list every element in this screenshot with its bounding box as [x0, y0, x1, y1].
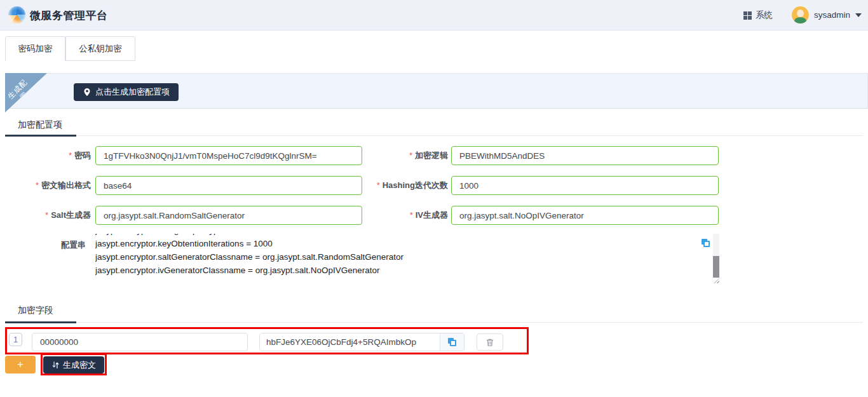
config-string-textarea[interactable]: jasypt.encryptor.stringOutputType = base…	[95, 234, 709, 280]
system-menu-label: 系统	[756, 10, 773, 21]
config-line: jasypt.encryptor.ivGeneratorClassname = …	[95, 264, 709, 277]
divider	[5, 322, 863, 323]
avatar	[792, 6, 809, 24]
tab-keypair-encrypt[interactable]: 公私钥加密	[65, 36, 135, 61]
iv-generator-input[interactable]	[451, 206, 719, 225]
location-pin-icon	[83, 88, 92, 97]
config-section-title: 加密配置项	[18, 119, 62, 131]
generate-config-panel: 生成配置 点击生成加密配置项	[5, 73, 868, 109]
user-menu[interactable]: sysadmin	[792, 6, 862, 24]
add-row-button[interactable]: +	[5, 356, 36, 373]
textarea-scrollbar[interactable]	[713, 234, 719, 278]
config-line: jasypt.encryptor.saltGeneratorClassname …	[95, 250, 709, 264]
username: sysadmin	[814, 10, 850, 20]
section-title-underline	[5, 135, 76, 137]
label-password: *密码	[0, 146, 91, 165]
trash-icon	[485, 338, 494, 347]
label-algorithm: *加密逻辑	[356, 146, 448, 165]
chevron-down-icon	[855, 13, 862, 17]
salt-generator-input[interactable]	[95, 206, 362, 225]
generate-config-button[interactable]: 点击生成加密配置项	[74, 83, 179, 101]
generate-cipher-label: 生成密文	[63, 360, 96, 371]
app-header: 微服务管理平台 系统 sysadmin	[0, 0, 868, 30]
generate-config-ribbon: 生成配置	[5, 73, 47, 112]
textarea-resize-grip[interactable]	[713, 278, 719, 283]
app-title: 微服务管理平台	[30, 8, 108, 23]
page: 微服务管理平台 系统 sysadmin 密码加密 公私钥加密 生成配置 点击生成…	[0, 0, 868, 397]
label-hash-iterations: *Hashing迭代次数	[356, 176, 448, 195]
hash-iterations-input[interactable]	[451, 176, 719, 195]
copy-config-button[interactable]	[702, 239, 710, 250]
grid-icon	[743, 11, 752, 20]
plaintext-input[interactable]	[32, 333, 248, 351]
ribbon-label: 生成配置	[4, 76, 38, 110]
tab-password-encrypt[interactable]: 密码加密	[5, 36, 65, 61]
copy-ciphertext-button[interactable]	[440, 333, 464, 351]
app-logo-icon	[8, 6, 25, 24]
scrollbar-thumb[interactable]	[713, 256, 719, 278]
generate-config-button-label: 点击生成加密配置项	[95, 86, 170, 98]
label-iv-generator: *IV生成器	[356, 206, 448, 225]
label-salt-generator: *Salt生成器	[0, 206, 91, 225]
row-index-badge: 1	[9, 333, 22, 346]
section-title-underline	[5, 321, 76, 323]
divider	[5, 135, 863, 136]
copy-icon	[702, 239, 710, 248]
generate-cipher-button[interactable]: 生成密文	[43, 356, 104, 373]
ciphertext-input-group	[259, 333, 465, 351]
password-input[interactable]	[95, 146, 362, 165]
label-output-format: *密文输出格式	[0, 176, 91, 195]
fields-section-title: 加密字段	[18, 305, 53, 316]
output-format-input[interactable]	[95, 176, 362, 195]
ciphertext-input[interactable]	[260, 333, 440, 351]
copy-icon	[448, 338, 457, 347]
sort-arrows-icon	[51, 361, 60, 369]
config-line: jasypt.encryptor.keyObtentionIterations …	[95, 237, 709, 250]
algorithm-input[interactable]	[451, 146, 719, 165]
delete-row-button[interactable]	[477, 333, 503, 351]
system-menu[interactable]: 系统	[743, 10, 773, 21]
label-config-string: 配置串	[0, 239, 86, 251]
